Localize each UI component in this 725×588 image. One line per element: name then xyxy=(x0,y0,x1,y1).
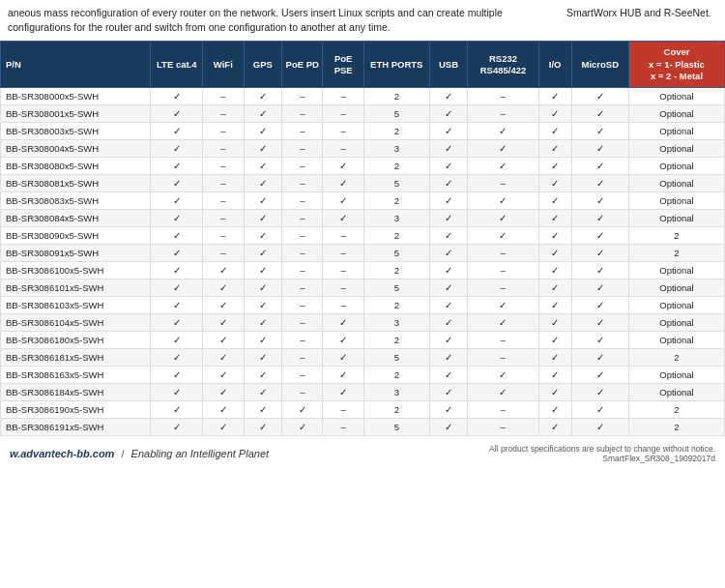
data-cell: ✓ xyxy=(538,192,571,210)
pn-cell: BB-SR3086181x5-SWH xyxy=(1,349,151,367)
table-row: BB-SR308001x5-SWH✓–✓––5✓–✓✓Optional xyxy=(1,105,725,123)
header-usb: USB xyxy=(429,42,468,88)
table-row: BB-SR3086103x5-SWH✓✓✓––2✓✓✓✓Optional xyxy=(1,297,725,314)
footer-right: All product specifications are subject t… xyxy=(489,444,715,463)
data-cell: ✓ xyxy=(429,158,468,175)
data-cell: – xyxy=(323,227,363,245)
data-cell: ✓ xyxy=(429,105,468,123)
pn-cell: BB-SR3086180x5-SWH xyxy=(1,332,151,349)
data-cell: ✓ xyxy=(429,123,468,140)
header-eth-ports: ETH PORTS xyxy=(363,42,429,88)
data-cell: ✓ xyxy=(538,349,571,367)
data-cell: ✓ xyxy=(429,262,468,279)
header-gps: GPS xyxy=(244,42,282,88)
data-cell: ✓ xyxy=(429,349,468,367)
data-cell: ✓ xyxy=(538,123,571,140)
data-cell: Optional xyxy=(628,210,724,227)
data-cell: ✓ xyxy=(429,88,468,105)
data-cell: ✓ xyxy=(203,332,244,349)
data-cell: – xyxy=(468,349,538,367)
data-cell: ✓ xyxy=(538,88,571,105)
data-cell: ✓ xyxy=(244,105,282,123)
data-cell: ✓ xyxy=(244,367,282,384)
data-cell: – xyxy=(468,279,538,297)
data-cell: – xyxy=(468,262,538,279)
pn-cell: BB-SR3086184x5-SWH xyxy=(1,384,151,401)
data-cell: Optional xyxy=(628,123,724,140)
header-cover: Coverx = 1- Plasticx = 2 - Metal xyxy=(628,42,724,88)
data-cell: – xyxy=(468,88,538,105)
data-cell: ✓ xyxy=(244,419,282,436)
pn-cell: BB-SR3086101x5-SWH xyxy=(1,279,151,297)
data-cell: – xyxy=(468,175,538,192)
data-cell: ✓ xyxy=(323,384,363,401)
data-cell: ✓ xyxy=(323,314,363,332)
data-cell: ✓ xyxy=(538,140,571,158)
data-cell: ✓ xyxy=(151,245,203,262)
data-cell: ✓ xyxy=(244,384,282,401)
data-cell: ✓ xyxy=(571,210,628,227)
data-cell: ✓ xyxy=(468,123,538,140)
data-cell: ✓ xyxy=(203,279,244,297)
data-cell: ✓ xyxy=(538,297,571,314)
data-cell: ✓ xyxy=(323,175,363,192)
data-cell: ✓ xyxy=(203,367,244,384)
data-cell: ✓ xyxy=(244,349,282,367)
data-cell: – xyxy=(203,227,244,245)
data-cell: Optional xyxy=(628,105,724,123)
data-cell: – xyxy=(468,105,538,123)
data-cell: – xyxy=(282,262,323,279)
data-cell: – xyxy=(203,158,244,175)
data-cell: Optional xyxy=(628,384,724,401)
data-cell: – xyxy=(323,88,363,105)
data-cell: ✓ xyxy=(468,384,538,401)
data-cell: ✓ xyxy=(468,140,538,158)
header-poe-pd: PoE PD xyxy=(282,42,323,88)
data-cell: 5 xyxy=(363,245,429,262)
data-cell: ✓ xyxy=(429,245,468,262)
data-cell: ✓ xyxy=(429,384,468,401)
data-cell: – xyxy=(203,210,244,227)
data-cell: ✓ xyxy=(244,262,282,279)
pn-cell: BB-SR308083x5-SWH xyxy=(1,192,151,210)
data-cell: ✓ xyxy=(203,297,244,314)
data-cell: ✓ xyxy=(151,297,203,314)
data-cell: ✓ xyxy=(538,245,571,262)
pn-cell: BB-SR3086103x5-SWH xyxy=(1,297,151,314)
data-cell: ✓ xyxy=(468,227,538,245)
data-cell: 2 xyxy=(363,297,429,314)
table-row: BB-SR308081x5-SWH✓–✓–✓5✓–✓✓Optional xyxy=(1,175,725,192)
data-cell: ✓ xyxy=(282,419,323,436)
data-cell: – xyxy=(282,88,323,105)
data-cell: – xyxy=(203,88,244,105)
table-row: BB-SR3086104x5-SWH✓✓✓–✓3✓✓✓✓Optional xyxy=(1,314,725,332)
footer-tagline: Enabling an Intelligent Planet xyxy=(131,448,270,459)
data-cell: – xyxy=(203,140,244,158)
top-text-right: SmartWorx HUB and R-SeeNet. xyxy=(559,6,713,35)
data-cell: ✓ xyxy=(538,262,571,279)
pn-cell: BB-SR308004x5-SWH xyxy=(1,140,151,158)
data-cell: ✓ xyxy=(244,227,282,245)
footer-divider: / xyxy=(118,448,127,459)
data-cell: ✓ xyxy=(571,192,628,210)
data-cell: – xyxy=(282,332,323,349)
pn-cell: BB-SR308090x5-SWH xyxy=(1,227,151,245)
table-row: BB-SR3086100x5-SWH✓✓✓––2✓–✓✓Optional xyxy=(1,262,725,279)
data-cell: ✓ xyxy=(323,158,363,175)
data-cell: ✓ xyxy=(571,158,628,175)
data-cell: ✓ xyxy=(323,349,363,367)
data-cell: ✓ xyxy=(468,192,538,210)
data-cell: – xyxy=(323,105,363,123)
data-cell: – xyxy=(282,367,323,384)
data-cell: ✓ xyxy=(468,158,538,175)
data-cell: ✓ xyxy=(244,297,282,314)
data-cell: – xyxy=(323,419,363,436)
data-cell: ✓ xyxy=(468,210,538,227)
data-cell: ✓ xyxy=(571,262,628,279)
data-cell: ✓ xyxy=(151,158,203,175)
data-cell: – xyxy=(282,210,323,227)
data-cell: 2 xyxy=(363,367,429,384)
data-cell: ✓ xyxy=(468,367,538,384)
data-cell: 2 xyxy=(628,245,724,262)
data-cell: Optional xyxy=(628,175,724,192)
